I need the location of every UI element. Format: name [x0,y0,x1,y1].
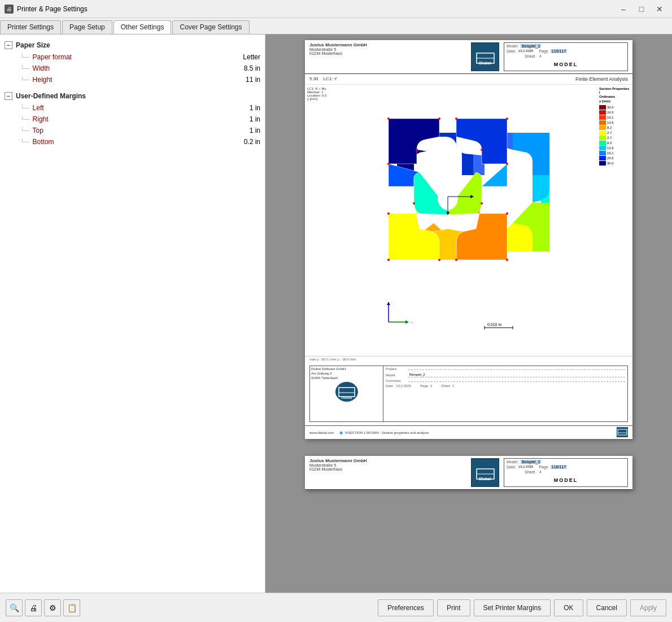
page2-address1: Musterstraße 5 [309,463,466,467]
tree-item-bottom: └─ Bottom 0.2 in [0,136,265,147]
legend-color-7 [599,141,606,145]
window-controls[interactable]: – □ ✕ [616,3,667,15]
company-logo: Dlubal [471,42,499,71]
left-margin-value: 1 in [250,104,260,112]
cancel-button[interactable]: Cancel [587,599,627,616]
margins-expand-icon[interactable]: − [5,92,12,100]
page2-section-label: MODEL [507,475,625,485]
legend-val-3: 13.6 [607,121,614,124]
svg-point-6 [387,118,390,120]
svg-text:0.010 m: 0.010 m [487,323,501,327]
bottom-logo-icon [617,427,628,438]
legend-item-2: 19.1 [599,115,630,120]
preferences-button[interactable]: Preferences [378,599,434,616]
page2-logo: Dlubal [471,458,499,487]
search-icon-btn[interactable]: 🔍 [6,599,23,616]
tab-other-settings[interactable]: Other Settings [114,20,172,34]
tab-page-setup[interactable]: Page Setup [62,20,112,34]
page2-model-value: Beispiel_2 [521,460,541,464]
print-button[interactable]: Print [437,599,470,616]
apply-button[interactable]: Apply [630,599,666,616]
right-panel[interactable]: Justus Mustermann GmbH Musterstraße 5 01… [265,34,672,593]
legend-color-3 [599,120,606,125]
analysis-lc: LC1: Y [323,76,337,81]
page-info-box: Model: Beispiel_2 Date: 13.2.2025 Page 1… [504,42,628,71]
footer-project-field: Project: [386,367,625,371]
svg-point-14 [387,212,390,215]
fea-diagram: 0.010 m → [347,87,599,354]
ok-button[interactable]: OK [554,599,583,616]
legend-item-8: 13.6 [599,146,630,150]
bottom-right-buttons: Preferences Print Set Printer Margins OK… [378,599,666,616]
company-address1: Musterstraße 5 [309,47,466,51]
height-label: Height [33,76,246,84]
legend-color-4 [599,125,606,130]
footer-company: Dlubal Software GmbH [311,367,382,371]
legend-item-0: 30.0 [599,105,630,110]
legend-unit: y [mm] [599,99,630,103]
date-value: 13.2.2025 [518,49,534,53]
set-printer-margins-button[interactable]: Set Printer Margins [474,599,551,616]
page2-address2: 01234 Musterhaus [309,467,466,471]
legend-color-0 [599,105,606,110]
margins-label: User-Defined Margins [16,92,86,100]
bottom-margin-value: 0.2 in [244,138,260,146]
title-bar: 🖨 Printer & Page Settings – □ ✕ [0,0,672,18]
page2-info-box: Model: Beispiel_2 Date: 13.2.2025 Page 1… [504,458,628,487]
fea-left-info: LC1: N + My Member: 1 Location: 0.0 y [m… [307,87,347,354]
close-button[interactable]: ✕ [652,3,667,15]
left-panel: − Paper Size └─ Paper format Letter └─ W… [0,34,265,593]
date-page-row: Date: 13.2.2025 Page 115/117 [507,49,625,53]
bottom-icon: 🔷 [339,431,343,434]
width-value: 8.5 in [244,64,260,72]
legend-val-2: 19.1 [607,116,614,119]
footer-left: Dlubal Software GmbH Am Zellweg 2 93464 … [310,366,383,421]
height-value: 11 in [246,76,260,84]
legend-val-6: 2.7 [607,136,612,140]
svg-text:Dlubal: Dlubal [479,61,491,65]
sheet-value: 1 [539,54,541,58]
margins-section[interactable]: − User-Defined Margins [0,90,265,102]
legend-val-8: 13.6 [607,146,614,150]
grey-separator [265,445,672,456]
legend-color-2 [599,115,606,120]
legend-color-5 [599,131,606,135]
paper-size-section[interactable]: − Paper Size [0,39,265,51]
footer-model-field: Model: Beispiel_2 [386,372,625,377]
legend-color-1 [599,110,606,115]
legend-val-10: 24.5 [607,156,614,160]
project-label: Project: [386,367,408,371]
export-icon-btn[interactable]: 📋 [63,599,80,616]
tab-cover-page-settings[interactable]: Cover Page Settings [172,20,249,34]
svg-point-21 [481,202,483,205]
page-value-footer: 1 [430,384,432,388]
page2-company-name: Justus Mustermann GmbH [309,458,466,463]
print-preview-icon-btn[interactable]: 🖨 [25,599,42,616]
bottom-toolbar: 🔍 🖨 ⚙ 📋 Preferences Print Set Printer Ma… [0,593,672,622]
company-name: Justus Mustermann GmbH [309,42,466,47]
main-content: − Paper Size └─ Paper format Letter └─ W… [0,34,672,593]
legend-val-9: 19.1 [607,151,614,155]
paper-size-label: Paper Size [16,41,50,49]
svg-point-11 [481,149,483,151]
legend-title2: Ordinates [599,95,630,98]
width-label: Width [33,64,244,72]
svg-point-17 [438,259,440,261]
maximize-button[interactable]: □ [634,3,649,15]
analysis-type: Finite Element Analysis [575,76,628,82]
analysis-num: 5.30 [309,76,318,81]
legend-item-9: 19.1 [599,151,630,155]
legend-title1: Section Properties | [599,87,630,94]
settings-icon-btn[interactable]: ⚙ [44,599,61,616]
tab-printer-settings[interactable]: Printer Settings [0,20,61,34]
svg-rect-35 [339,388,355,397]
minimize-button[interactable]: – [616,3,631,15]
sheet-row: Sheet 1 [507,54,625,58]
footer-address2: 93464 Tiefenbach [311,376,382,380]
page2-model-row: Model: Beispiel_2 [507,460,625,464]
footer-right: Project: Model: Beispiel_2 Comment: Date… [383,366,627,421]
comment-label: Comment: [386,379,408,382]
analysis-num-lc: 5.30 LC1: Y [309,76,337,82]
page-very-bottom: www.dlubal.com 🔷 RSECTION 1.09.0004 - Se… [305,425,632,439]
paper-size-expand-icon[interactable]: − [5,41,12,49]
